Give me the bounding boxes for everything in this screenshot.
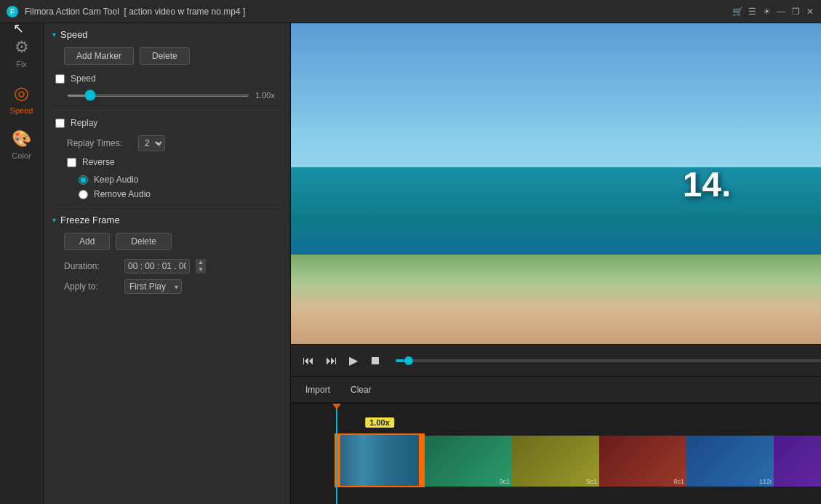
clip-label-3: 8c1 (673, 478, 684, 485)
progress-fill (396, 359, 404, 362)
clip-thumb-1[interactable]: 3c1 (425, 436, 512, 487)
keep-audio-radio[interactable] (79, 175, 88, 185)
import-button[interactable]: Import (300, 382, 336, 398)
playhead (336, 404, 337, 504)
app-title: Filmora Action Cam Tool [ action video w… (25, 7, 732, 17)
speed-buttons-row: Add Marker Delete (52, 47, 281, 65)
replay-times-label: Replay Times: (67, 138, 132, 148)
other-clips-strip: 3c1 5c1 8c1 112i 140i 158i (425, 436, 821, 487)
timeline: 1.00x 3c1 (291, 402, 821, 504)
sidebar-item-fix[interactable]: ⚙ Fix (0, 31, 43, 76)
sidebar-item-color[interactable]: 🎨 Color (0, 122, 43, 167)
speed-slider-row: 1.00x (52, 91, 281, 100)
theme-icon[interactable]: ☀ (761, 7, 772, 17)
window-controls: 🛒 ☰ ☀ — ❐ ✕ (732, 7, 815, 17)
stop-button[interactable]: ⏹ (367, 351, 384, 370)
clip-thumb-3[interactable]: 8c1 (599, 436, 686, 487)
speed-badge: 1.00x (365, 417, 394, 428)
video-container: 14. (291, 23, 821, 344)
reverse-checkbox[interactable] (67, 158, 76, 167)
svg-text:F: F (10, 8, 15, 16)
speed-icon: ◎ (14, 83, 29, 103)
apply-row: Apply to: First Play Last Play All Plays (52, 279, 281, 294)
freeze-buttons-row: Add Delete (52, 233, 281, 250)
speed-checkbox[interactable] (55, 74, 65, 84)
speed-slider[interactable] (67, 95, 249, 97)
sidebar-color-label: Color (12, 151, 31, 160)
replay-checkbox-row: Replay (52, 118, 281, 128)
replay-checkbox-label: Replay (71, 118, 97, 128)
speed-section-header[interactable]: ▾ Speed (52, 29, 281, 40)
freeze-section-title: Freeze Frame (60, 215, 120, 225)
bottom-toolbar: Import Clear ↺ − + (291, 376, 821, 402)
clip-selected-border[interactable] (335, 433, 425, 487)
replay-times-row: Replay Times: 2 3 4 (52, 135, 281, 151)
freeze-add-button[interactable]: Add (64, 233, 110, 250)
freeze-delete-button[interactable]: Delete (116, 233, 172, 250)
list-icon[interactable]: ☰ (747, 7, 757, 17)
duration-up-button[interactable]: ▲ (196, 259, 206, 266)
color-icon: 🎨 (12, 129, 31, 148)
clip-thumb-4[interactable]: 112i (686, 436, 774, 487)
titlebar: F Filmora Action Cam Tool [ action video… (0, 0, 821, 23)
speed-collapse-arrow: ▾ (52, 31, 56, 39)
selected-clip-wrapper: 1.00x (335, 433, 425, 489)
clip-label-4: 112i (759, 478, 772, 485)
store-icon[interactable]: 🛒 (732, 7, 742, 17)
play-button[interactable]: ▶ (346, 351, 361, 370)
clip-thumb-5[interactable]: 140i (774, 436, 821, 487)
speed-section-title: Speed (60, 29, 88, 40)
remove-audio-label: Remove Audio (94, 189, 151, 199)
speed-checkbox-row: Speed (52, 73, 281, 84)
speed-delete-button[interactable]: Delete (140, 47, 190, 65)
close-button[interactable]: ✕ (805, 7, 815, 17)
duration-input[interactable] (124, 259, 190, 273)
progress-bar[interactable] (396, 359, 821, 362)
remove-audio-radio[interactable] (79, 190, 88, 199)
sidebar-fix-label: Fix (16, 60, 27, 68)
clear-button[interactable]: Clear (345, 382, 377, 398)
freeze-frame-section-header[interactable]: ▾ Freeze Frame (52, 215, 281, 225)
duration-label: Duration: (64, 261, 119, 271)
clip-label-2: 5c1 (586, 478, 597, 485)
playhead-top (332, 404, 341, 409)
apply-to-select[interactable]: First Play Last Play All Plays (124, 279, 182, 294)
minimize-button[interactable]: — (776, 7, 786, 17)
clip-thumb-2[interactable]: 5c1 (512, 436, 599, 487)
skip-to-start-button[interactable]: ⏮ (300, 351, 317, 370)
apply-select-wrapper: First Play Last Play All Plays (124, 279, 182, 294)
speed-slider-value: 1.00x (255, 91, 281, 100)
apply-to-label: Apply to: (64, 281, 119, 292)
app-icon: F (6, 5, 19, 18)
app-name-text: Filmora Action Cam Tool (25, 7, 119, 17)
sidebar-speed-label: Speed (10, 106, 33, 115)
speed-badge-text: 1.00x (369, 418, 390, 427)
timeline-tracks: 1.00x 3c1 (291, 404, 821, 504)
clip-handle-right[interactable] (419, 435, 423, 486)
duration-down-button[interactable]: ▼ (196, 266, 206, 273)
replay-times-select[interactable]: 2 3 4 (138, 135, 165, 151)
app-filename-text: [ action video w frame no.mp4 ] (124, 7, 246, 17)
beach-layer (291, 255, 821, 344)
remove-audio-row: Remove Audio (52, 189, 281, 199)
skip-back-button[interactable]: ⏭ (323, 351, 340, 370)
add-marker-button[interactable]: Add Marker (64, 47, 134, 65)
restore-button[interactable]: ❐ (790, 7, 801, 17)
freeze-collapse-arrow: ▾ (52, 216, 56, 224)
control-panel: ▾ Speed Add Marker Delete Speed 1.00x Re… (44, 23, 291, 504)
preview-area: 14. ⏮ ⏭ ▶ ⏹ 00:00:00.14 Import Clear ↺ −… (291, 23, 821, 504)
selected-clip-thumb (336, 435, 423, 486)
clip-label-1: 3c1 (499, 478, 510, 485)
sidebar-item-speed[interactable]: ◎ Speed (0, 76, 43, 122)
sidebar: ⚙ Fix ◎ Speed 🎨 Color (0, 23, 44, 504)
duration-row: Duration: ▲ ▼ (52, 259, 281, 273)
replay-times-select-wrapper: 2 3 4 (138, 135, 165, 151)
playback-bar: ⏮ ⏭ ▶ ⏹ 00:00:00.14 (291, 344, 821, 376)
progress-thumb (404, 356, 413, 365)
replay-checkbox[interactable] (55, 119, 65, 128)
reverse-checkbox-row: Reverse (52, 157, 281, 167)
duration-spinners: ▲ ▼ (196, 259, 206, 273)
fix-icon: ⚙ (15, 38, 29, 57)
keep-audio-label: Keep Audio (94, 175, 138, 185)
keep-audio-row: Keep Audio (52, 175, 281, 185)
